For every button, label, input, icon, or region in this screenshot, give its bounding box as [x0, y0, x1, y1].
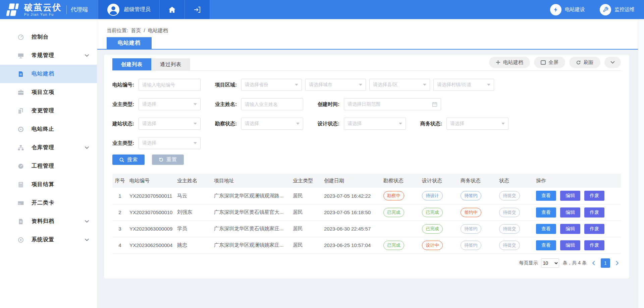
- survey-status-badge: 已完成: [383, 208, 404, 217]
- survey-status-select[interactable]: 请选择: [241, 118, 303, 130]
- caret-down-icon: [359, 84, 362, 86]
- lightning-icon: [550, 4, 561, 15]
- reset-button[interactable]: 重置: [152, 155, 184, 165]
- cell-owner-name: 刘强东: [175, 204, 212, 221]
- search-button[interactable]: 搜索: [112, 155, 145, 165]
- view-button[interactable]: 查看: [536, 207, 556, 218]
- owner-type2-select[interactable]: 请选择: [139, 137, 201, 149]
- archive-document-icon: [17, 218, 24, 225]
- brand-text: 破茧云伏 Po Jian Yun Fu: [24, 3, 62, 17]
- edit-button[interactable]: 编辑: [560, 207, 580, 218]
- view-button[interactable]: 查看: [536, 191, 556, 201]
- sidebar: 控制台 常规管理 电站建档 项目立项 变更管理 电站终止 仓库管理: [0, 19, 97, 308]
- breadcrumb-current: 电站建档: [148, 27, 168, 33]
- owner-name-label: 业主姓名:: [215, 101, 241, 108]
- caret-down-icon: [501, 123, 505, 125]
- content: 创建列表 通过列表 电站建档 全屏: [97, 50, 644, 279]
- void-button[interactable]: 作废: [584, 240, 604, 250]
- briefcase-icon: [17, 89, 24, 96]
- caret-down-icon: [194, 142, 197, 144]
- cell-index: 4: [112, 237, 127, 253]
- chevron-down-icon: [85, 239, 89, 241]
- brand-logo-icon: [5, 3, 21, 17]
- void-button[interactable]: 作废: [584, 224, 604, 234]
- col-business-status: 商务状态: [459, 174, 497, 188]
- fullscreen-button[interactable]: 全屏: [534, 57, 565, 68]
- create-station-button[interactable]: 电站建档: [489, 57, 530, 68]
- county-select[interactable]: 请选择县/区: [369, 79, 430, 91]
- station-code-label: 电站编号:: [112, 82, 139, 88]
- sidebar-item-system-settings[interactable]: 系统设置: [0, 231, 97, 249]
- copy-icon: [17, 108, 24, 114]
- view-button[interactable]: 查看: [536, 240, 556, 250]
- prev-page-icon[interactable]: [590, 261, 597, 265]
- city-placeholder: 请选择城市: [309, 82, 332, 88]
- city-select[interactable]: 请选择城市: [305, 79, 366, 91]
- owner-type2-placeholder: 请选择: [142, 140, 156, 146]
- sidebar-item-project-approval[interactable]: 项目立项: [0, 83, 97, 102]
- edit-button[interactable]: 编辑: [560, 191, 580, 201]
- design-status-select[interactable]: 请选择: [344, 118, 406, 130]
- sidebar-item-console[interactable]: 控制台: [0, 28, 97, 46]
- build-status-select[interactable]: 请选择: [139, 118, 201, 130]
- province-select[interactable]: 请选择省份: [241, 79, 302, 91]
- sidebar-item-general-mgmt[interactable]: 常规管理: [0, 46, 97, 65]
- date-range-input[interactable]: 请选择日期范围: [344, 98, 441, 110]
- nav-monitor-ops[interactable]: 监控运维: [600, 4, 635, 15]
- owner-type-select[interactable]: 请选择: [139, 98, 201, 110]
- breadcrumb-home[interactable]: 首页: [131, 27, 141, 33]
- business-status-select[interactable]: 请选择: [446, 118, 508, 130]
- sidebar-item-project-settlement[interactable]: 项目结算: [0, 175, 97, 194]
- home-button[interactable]: [160, 0, 185, 19]
- survey-status-placeholder: 请选择: [245, 121, 259, 127]
- refresh-button[interactable]: 刷新: [569, 57, 600, 68]
- sidebar-item-station-terminate[interactable]: 电站终止: [0, 120, 97, 138]
- build-status-placeholder: 请选择: [142, 121, 156, 127]
- owner-name-input[interactable]: [241, 98, 303, 110]
- stop-circle-icon: [17, 126, 24, 133]
- current-page[interactable]: 1: [601, 258, 610, 268]
- next-page-icon[interactable]: [613, 261, 621, 265]
- cell-index: 2: [112, 204, 127, 221]
- sidebar-item-data-archive[interactable]: 资料归档: [0, 212, 97, 231]
- sidebar-item-engineering-mgmt[interactable]: 工程管理: [0, 157, 97, 175]
- tab-passed-list[interactable]: 通过列表: [151, 58, 190, 70]
- void-button[interactable]: 作废: [584, 191, 604, 201]
- logout-button[interactable]: [185, 0, 210, 19]
- sidebar-item-class2-card[interactable]: 开二类卡: [0, 194, 97, 212]
- scrollbar-track[interactable]: [638, 19, 644, 308]
- per-page-select[interactable]: 10: [541, 258, 559, 268]
- breadcrumb-prefix: 当前位置:: [107, 27, 128, 33]
- breadcrumb-separator: /: [144, 27, 145, 33]
- design-status-placeholder: 请选择: [347, 121, 362, 127]
- cell-created: 2023-07-05 16:42:22: [322, 188, 381, 204]
- cell-created: 2023-06-25 10:57:04: [322, 237, 381, 253]
- sidebar-item-warehouse-mgmt[interactable]: 仓库管理: [0, 138, 97, 157]
- sidebar-item-label: 变更管理: [32, 107, 54, 114]
- town-select[interactable]: 请选择村镇/街道: [433, 79, 494, 91]
- user-zone: 超级管理员: [98, 0, 210, 19]
- col-survey-status: 勘察状态: [381, 174, 420, 188]
- view-button[interactable]: 查看: [536, 224, 556, 234]
- void-button[interactable]: 作废: [584, 207, 604, 218]
- cell-index: 1: [112, 188, 127, 204]
- station-code-input[interactable]: [139, 79, 201, 91]
- field-business-status: 商务状态: 请选择: [420, 118, 523, 130]
- design-status-label: 设计状态:: [318, 121, 344, 127]
- home-icon: [168, 6, 176, 13]
- user-menu[interactable]: 超级管理员: [98, 0, 160, 19]
- more-button[interactable]: [604, 57, 621, 68]
- business-status-badge: 待签约: [461, 241, 481, 250]
- panel-head: 创建列表 通过列表 电站建档 全屏: [112, 55, 621, 71]
- sidebar-item-label: 项目立项: [32, 89, 54, 96]
- owner-type2-label: 业主类型:: [112, 140, 139, 146]
- sidebar-item-change-mgmt[interactable]: 变更管理: [0, 102, 97, 120]
- header-nav: 电站建设 监控运维: [550, 0, 644, 19]
- page-tab[interactable]: 电站建档: [107, 37, 152, 49]
- tab-create-list[interactable]: 创建列表: [112, 58, 151, 70]
- edit-button[interactable]: 编辑: [560, 224, 580, 234]
- nav-station-build[interactable]: 电站建设: [550, 4, 585, 15]
- sidebar-item-station-archive[interactable]: 电站建档: [0, 65, 97, 83]
- edit-button[interactable]: 编辑: [560, 240, 580, 250]
- build-status-label: 建站状态:: [112, 121, 139, 127]
